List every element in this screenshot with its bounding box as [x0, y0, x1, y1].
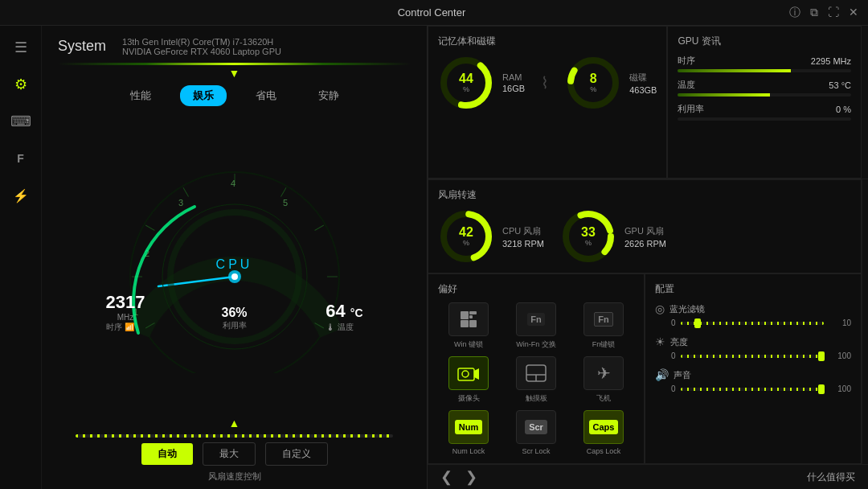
right-bottom-row: 偏好 Win 键锁 Fn Win-Fn 交换 [428, 273, 868, 464]
disk-label: 磁碟 [629, 72, 657, 84]
bottom-scrollbar[interactable] [862, 273, 868, 464]
gauge-temp-value: 64 °C [326, 301, 362, 322]
sidebar-item-battery[interactable]: ⚡ [6, 180, 36, 211]
gauge-area: 1 2 3 4 5 CPU [42, 111, 427, 410]
info-icon[interactable]: ⓘ [789, 6, 800, 20]
blue-light-value: 10 [829, 318, 851, 327]
brightness-icon: ☀ [655, 335, 665, 348]
sidebar-item-settings[interactable]: ⚙ [6, 69, 36, 100]
close-icon[interactable]: ✕ [849, 6, 858, 20]
pref-scrlock[interactable]: Scr Scr Lock [506, 410, 567, 455]
gauge-usage-block: 36% 利用率 [221, 306, 247, 331]
pref-camera-label: 摄像头 [458, 393, 480, 404]
pref-airplane[interactable]: ✈ 飞机 [573, 356, 634, 404]
config-rows: ◎ 蓝光滤镜 0 10 [655, 302, 851, 393]
svg-rect-30 [469, 315, 473, 318]
ram-pct: 44 [459, 72, 473, 85]
left-panel: System 13th Gen Intel(R) Core(TM) i7-136… [42, 26, 428, 489]
middle-row: 风扇转速 42 % [428, 179, 868, 273]
mode-performance[interactable]: 性能 [117, 85, 164, 106]
config-blue-light-slider-wrap: 0 10 [655, 318, 851, 327]
gpu-temp-bar-fill [678, 93, 769, 97]
gauge-time-label: 时序 📶 [106, 322, 145, 333]
gpu-usage-value: 0 % [836, 105, 851, 114]
pref-win-lock[interactable]: Win 键锁 [438, 302, 499, 350]
ram-gauge: 44 % [438, 55, 494, 111]
gauge-mhz-block: 2317 MHz 时序 📶 [106, 292, 145, 333]
svg-rect-33 [458, 368, 474, 380]
cpu-fan-pct-label: % [459, 239, 473, 247]
pref-numlock[interactable]: Num Num Lock [438, 410, 499, 455]
restore-icon[interactable]: ⧉ [810, 6, 818, 20]
gpu-row-usage-header: 利用率 0 % [678, 103, 851, 115]
memory-panel-title: 记忆体和磁碟 [438, 35, 657, 48]
next-button[interactable]: ❯ [465, 468, 477, 486]
right-scrollbar[interactable] [862, 26, 868, 179]
pref-capslock-icon: Caps [583, 410, 624, 444]
brightness-min: 0 [671, 351, 676, 360]
gpu-row-temp-header: 温度 53 °C [678, 79, 851, 91]
right-top-row: 记忆体和磁碟 44 % [428, 26, 868, 179]
memory-gauges: 44 % RAM 16GB ⌇ [438, 55, 657, 111]
gpu-clock-value: 2295 MHz [811, 56, 851, 66]
gpu-model: NVIDIA GeForce RTX 4060 Laptop GPU [122, 47, 281, 56]
mode-powersave[interactable]: 省电 [243, 85, 289, 106]
sound-icon: 🔊 [655, 368, 669, 381]
gpu-usage-bar [678, 117, 851, 121]
pref-touchpad[interactable]: 触摸板 [506, 356, 567, 404]
gpu-fan-center: 33 % [581, 226, 596, 247]
main-container: ☰ ⚙ ⌨ F ⚡ System 13th Gen Intel(R) Core(… [0, 26, 868, 489]
cpu-fan-gauge: 42 % [438, 208, 494, 265]
ram-value: 16GB [502, 84, 525, 93]
svg-line-4 [183, 187, 189, 196]
gpu-fan-pct-label: % [581, 239, 596, 247]
pref-capslock-label: Caps Lock [587, 447, 621, 455]
gpu-row-temp: 温度 53 °C [678, 79, 851, 97]
prev-button[interactable]: ❮ [440, 468, 452, 486]
fan-scrollbar[interactable] [862, 179, 868, 273]
pref-win-fn[interactable]: Fn Win-Fn 交换 [506, 302, 567, 350]
disk-gauge: 8 % [565, 55, 621, 111]
config-panel-title: 配置 [655, 282, 851, 296]
pref-camera[interactable]: 摄像头 [438, 356, 499, 404]
pref-scrlock-icon: Scr [516, 410, 556, 444]
disk-info: 磁碟 463GB [629, 72, 657, 95]
config-blue-light-slider[interactable] [681, 322, 824, 325]
disk-gauge-center: 8 % [590, 72, 597, 93]
gpu-fan-group: 33 % GPU 风扇 2626 RPM [560, 208, 666, 265]
window-controls: ⓘ ⧉ ⛶ ✕ [789, 6, 858, 20]
blue-light-min: 0 [671, 318, 676, 327]
fan-panel: 风扇转速 42 % [428, 179, 862, 273]
gauge-usage-label: 利用率 [221, 320, 247, 331]
pref-panel: 偏好 Win 键锁 Fn Win-Fn 交换 [428, 273, 645, 464]
mode-entertainment[interactable]: 娱乐 [180, 85, 227, 106]
fan-progress [76, 434, 393, 438]
pref-camera-icon [448, 356, 489, 390]
gauge-usage-pct: 36% [221, 306, 247, 320]
fan-auto-button[interactable]: 自动 [141, 443, 193, 465]
pref-touchpad-icon [516, 356, 556, 390]
pref-touchpad-label: 触摸板 [526, 393, 547, 404]
pref-fn-lock[interactable]: Fn Fn键锁 [573, 302, 634, 350]
svg-marker-35 [474, 368, 479, 380]
config-brightness-slider[interactable] [681, 355, 824, 358]
gpu-clock-label: 时序 [678, 55, 695, 67]
ram-label: RAM [502, 72, 525, 82]
gauge-center-text: CPU [216, 257, 253, 271]
sidebar-item-fx[interactable]: F [6, 143, 36, 174]
sidebar-item-keyboard[interactable]: ⌨ [6, 106, 36, 137]
modes-row: 性能 娱乐 省电 安静 [42, 80, 427, 111]
fan-max-button[interactable]: 最大 [203, 442, 256, 466]
pref-capslock[interactable]: Caps Caps Lock [573, 410, 634, 455]
fan-custom-button[interactable]: 自定义 [265, 442, 328, 466]
mode-quiet[interactable]: 安静 [305, 85, 352, 106]
cpu-fan-info: CPU 风扇 3218 RPM [502, 225, 544, 249]
sidebar-item-menu[interactable]: ☰ [6, 32, 36, 63]
pref-airplane-label: 飞机 [596, 393, 611, 404]
config-sound-slider[interactable] [681, 388, 824, 391]
gpu-clock-bar-fill [678, 69, 790, 72]
memory-divider: ⌇ [541, 73, 549, 92]
maximize-icon[interactable]: ⛶ [828, 6, 839, 20]
cpu-model: 13th Gen Intel(R) Core(TM) i7-13620H [122, 37, 281, 47]
config-brightness-header: ☀ 亮度 [655, 335, 851, 348]
